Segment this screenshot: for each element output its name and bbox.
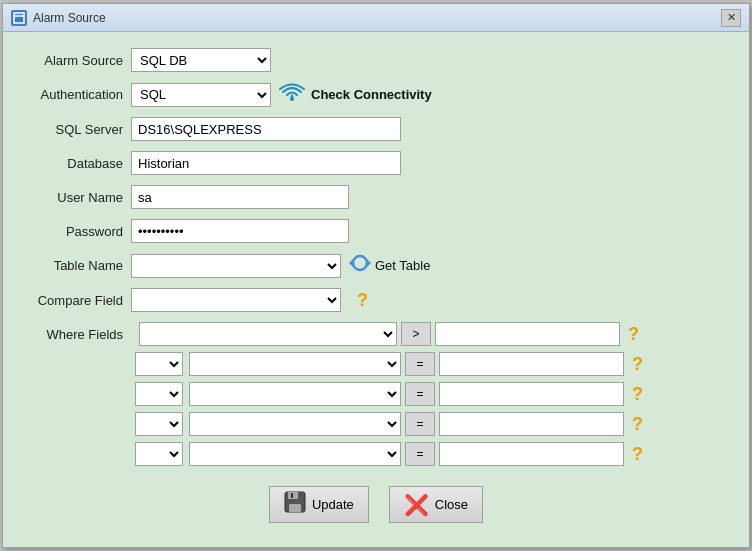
- sql-server-label: SQL Server: [23, 122, 123, 137]
- close-label: Close: [435, 497, 468, 512]
- main-window: Alarm Source ✕ Alarm Source SQL DB Authe…: [2, 3, 750, 548]
- svg-marker-3: [367, 259, 371, 267]
- get-table-button[interactable]: Get Table: [349, 253, 430, 278]
- bottom-buttons: Update ❌ Close: [23, 486, 729, 533]
- where-row-1: Where Fields > ?: [23, 322, 729, 346]
- check-connectivity-label: Check Connectivity: [311, 87, 432, 102]
- window-title: Alarm Source: [33, 11, 721, 25]
- where-logic-select-2[interactable]: [135, 352, 183, 376]
- where-field-select-5[interactable]: [189, 442, 401, 466]
- operator-eq-2: =: [405, 382, 435, 406]
- alarm-source-select[interactable]: SQL DB: [131, 48, 271, 72]
- sql-server-input[interactable]: [131, 117, 401, 141]
- alarm-source-row: Alarm Source SQL DB: [23, 48, 729, 72]
- where-help-icon-5: ?: [632, 444, 643, 465]
- auth-row: Authentication SQL Windows Check Connect…: [23, 82, 729, 107]
- table-name-label: Table Name: [23, 258, 123, 273]
- close-x-icon: ❌: [404, 493, 429, 517]
- where-value-input-3[interactable]: [439, 382, 624, 406]
- where-field-select-4[interactable]: [189, 412, 401, 436]
- window-close-button[interactable]: ✕: [721, 9, 741, 27]
- where-help-icon-4: ?: [632, 414, 643, 435]
- table-name-select[interactable]: [131, 254, 341, 278]
- title-bar: Alarm Source ✕: [3, 4, 749, 32]
- sql-server-row: SQL Server: [23, 117, 729, 141]
- where-fields-section: Where Fields > ? = ?: [23, 322, 729, 466]
- floppy-icon: [284, 491, 306, 518]
- where-field-select-2[interactable]: [189, 352, 401, 376]
- where-logic-select-4[interactable]: [135, 412, 183, 436]
- database-row: Database: [23, 151, 729, 175]
- update-label: Update: [312, 497, 354, 512]
- password-input[interactable]: [131, 219, 349, 243]
- update-button[interactable]: Update: [269, 486, 369, 523]
- where-field-select-3[interactable]: [189, 382, 401, 406]
- refresh-icon: [349, 253, 371, 278]
- form-content: Alarm Source SQL DB Authentication SQL W…: [3, 32, 749, 549]
- where-row-2: = ?: [23, 352, 729, 376]
- svg-point-2: [290, 97, 294, 101]
- authentication-label: Authentication: [23, 87, 123, 102]
- operator-eq-1: =: [405, 352, 435, 376]
- where-value-input-1[interactable]: [435, 322, 620, 346]
- operator-eq-4: =: [405, 442, 435, 466]
- where-help-icon-1: ?: [628, 324, 639, 345]
- password-label: Password: [23, 224, 123, 239]
- where-value-input-4[interactable]: [439, 412, 624, 436]
- compare-field-row: Compare Field ?: [23, 288, 729, 312]
- database-input[interactable]: [131, 151, 401, 175]
- where-fields-label: Where Fields: [23, 327, 123, 342]
- username-label: User Name: [23, 190, 123, 205]
- compare-field-label: Compare Field: [23, 293, 123, 308]
- where-help-icon-3: ?: [632, 384, 643, 405]
- operator-gt: >: [401, 322, 431, 346]
- where-value-input-5[interactable]: [439, 442, 624, 466]
- where-row-3: = ?: [23, 382, 729, 406]
- svg-rect-7: [289, 504, 301, 512]
- close-button[interactable]: ❌ Close: [389, 486, 483, 523]
- check-connectivity-button[interactable]: Check Connectivity: [279, 82, 432, 107]
- authentication-select[interactable]: SQL Windows: [131, 83, 271, 107]
- where-value-input-2[interactable]: [439, 352, 624, 376]
- where-help-icon-2: ?: [632, 354, 643, 375]
- get-table-label: Get Table: [375, 258, 430, 273]
- where-field-select-1[interactable]: [139, 322, 397, 346]
- where-logic-select-3[interactable]: [135, 382, 183, 406]
- compare-field-help-icon: ?: [357, 290, 368, 311]
- where-logic-select-5[interactable]: [135, 442, 183, 466]
- svg-rect-0: [14, 13, 24, 23]
- wifi-icon: [279, 82, 305, 107]
- where-row-5: = ?: [23, 442, 729, 466]
- svg-rect-8: [291, 493, 293, 498]
- window-icon: [11, 10, 27, 26]
- operator-eq-3: =: [405, 412, 435, 436]
- password-row: Password: [23, 219, 729, 243]
- database-label: Database: [23, 156, 123, 171]
- alarm-source-label: Alarm Source: [23, 53, 123, 68]
- username-row: User Name: [23, 185, 729, 209]
- svg-marker-4: [349, 259, 353, 267]
- where-row-4: = ?: [23, 412, 729, 436]
- username-input[interactable]: [131, 185, 349, 209]
- table-name-row: Table Name Get Table: [23, 253, 729, 278]
- compare-field-select[interactable]: [131, 288, 341, 312]
